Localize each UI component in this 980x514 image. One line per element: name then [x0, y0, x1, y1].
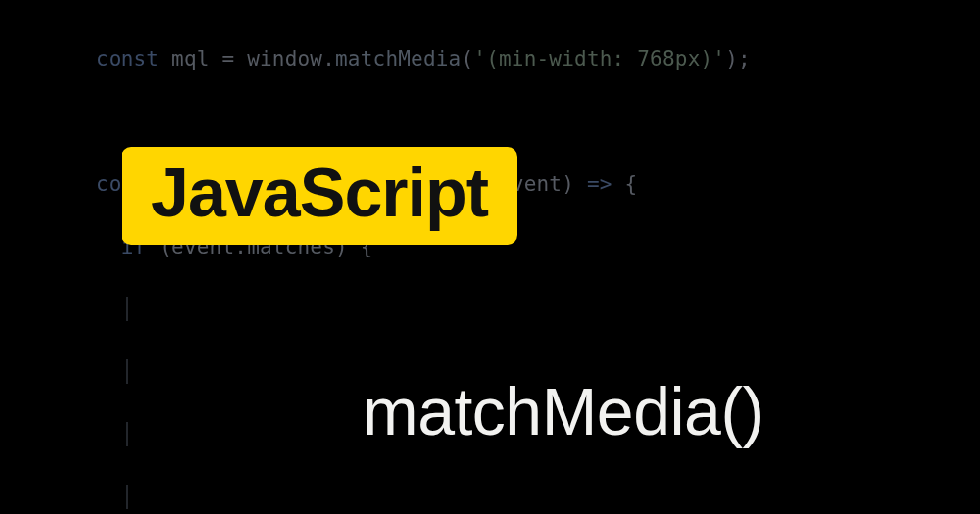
javascript-badge: JavaScript — [122, 147, 517, 245]
code-line: │ — [96, 294, 960, 325]
code-line-blank — [96, 106, 960, 137]
subtitle-text: matchMedia() — [363, 378, 764, 444]
code-line: const mql = window.matchMedia('(min-widt… — [96, 43, 960, 74]
badge-label: JavaScript — [151, 155, 488, 231]
code-line: │ — [96, 482, 960, 513]
thumbnail-stage: const mql = window.matchMedia('(min-widt… — [0, 0, 980, 514]
